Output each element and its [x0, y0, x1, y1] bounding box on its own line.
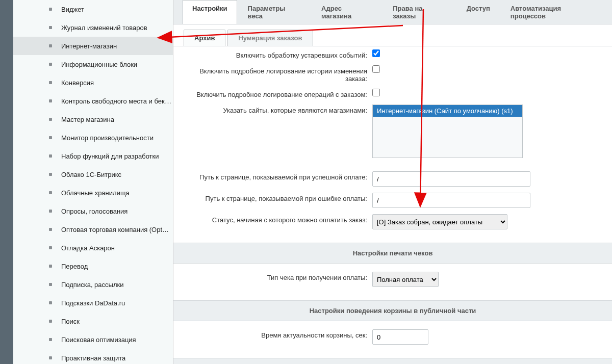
sidebar-item-12[interactable]: Оптовая торговая компания (OptPRO)	[13, 220, 173, 239]
label-receipt-type: Тип чека при получении оплаты:	[184, 272, 372, 281]
tab-4[interactable]: Доступ	[457, 0, 500, 24]
sidebar-item-2[interactable]: Интернет-магазин	[13, 37, 173, 55]
sidebar-item-label: Поисковая оптимизация	[61, 336, 136, 344]
label-sites: Указать сайты, которые являются магазина…	[184, 105, 372, 114]
sidebar-item-4[interactable]: Конверсия	[13, 73, 173, 92]
sidebar-item-label: Информационные блоки	[61, 61, 137, 68]
sidebar-item-label: Подписка, рассылки	[61, 281, 123, 289]
left-gutter	[0, 0, 13, 364]
sidebar-item-label: Опросы, голосования	[61, 207, 128, 215]
select-status[interactable]: [O] Заказ собран, ожидает оплаты	[372, 214, 507, 229]
tab-2[interactable]: Адрес магазина	[312, 0, 382, 24]
sidebar-item-17[interactable]: Поиск	[13, 312, 173, 330]
sidebar-item-5[interactable]: Контроль свободного места и бекапов	[13, 92, 173, 110]
bullet-icon	[49, 118, 52, 121]
sidebar: ВиджетЖурнал изменений товаровИнтернет-м…	[13, 0, 173, 364]
sidebar-item-0[interactable]: Виджет	[13, 0, 173, 18]
bullet-icon	[49, 44, 52, 47]
sidebar-item-label: Перевод	[61, 263, 88, 270]
sidebar-item-label: Мастер магазина	[61, 116, 114, 123]
sidebar-item-18[interactable]: Поисковая оптимизация	[13, 330, 173, 349]
main-panel: НастройкиПараметры весаАдрес магазинаПра…	[173, 0, 612, 364]
bullet-icon	[49, 173, 52, 176]
bullet-icon	[49, 246, 52, 249]
settings-content: Включить обработку устаревших событий: В…	[173, 46, 612, 364]
section-order-card: Настройки показа карточки заказа в публи…	[173, 358, 612, 364]
site-option[interactable]: Интернет-магазин (Сайт по умолчанию) (s1…	[373, 105, 522, 117]
tabs-second: АрхивНумерация заказов	[173, 24, 612, 46]
label-old-events: Включить обработку устаревших событий:	[184, 49, 372, 59]
bullet-icon	[49, 228, 52, 231]
label-status: Статус, начиная с которого можно оплатит…	[184, 214, 372, 224]
label-error-path: Путь к странице, показываемой при ошибке…	[184, 193, 372, 202]
input-error-path[interactable]	[372, 193, 530, 208]
bullet-icon	[49, 191, 52, 194]
label-history-log: Включить подробное логирование истории и…	[184, 65, 372, 83]
bullet-icon	[49, 356, 52, 359]
bullet-icon	[49, 26, 52, 29]
sidebar-item-15[interactable]: Подписка, рассылки	[13, 275, 173, 294]
sites-multiselect[interactable]: Интернет-магазин (Сайт по умолчанию) (s1…	[372, 105, 523, 158]
bullet-icon	[49, 265, 52, 268]
checkbox-old-events[interactable]	[372, 49, 380, 57]
sidebar-item-6[interactable]: Мастер магазина	[13, 110, 173, 128]
sidebar-item-13[interactable]: Отладка Аскарон	[13, 239, 173, 257]
sidebar-item-label: Проактивная защита	[61, 354, 125, 362]
sidebar-item-label: Облако 1С-Битрикс	[61, 171, 121, 178]
tab-1[interactable]: Параметры веса	[238, 0, 311, 24]
sidebar-item-label: Облачные хранилища	[61, 189, 130, 197]
sidebar-item-14[interactable]: Перевод	[13, 257, 173, 275]
bullet-icon	[49, 210, 52, 213]
bullet-icon	[49, 99, 52, 102]
sidebar-item-label: Набор функций для разработки	[61, 152, 159, 160]
bullet-icon	[49, 283, 52, 286]
sidebar-item-9[interactable]: Облако 1С-Битрикс	[13, 165, 173, 184]
bullet-icon	[49, 301, 52, 304]
sidebar-item-label: Отладка Аскарон	[61, 244, 115, 252]
sidebar-item-1[interactable]: Журнал изменений товаров	[13, 18, 173, 37]
sidebar-item-label: Журнал изменений товаров	[61, 24, 147, 32]
bullet-icon	[49, 154, 52, 158]
subtab-0[interactable]: Архив	[184, 30, 225, 46]
sidebar-item-label: Монитор производительности	[61, 134, 154, 142]
bullet-icon	[49, 136, 52, 139]
input-basket-time[interactable]	[372, 329, 428, 345]
bullet-icon	[49, 338, 52, 341]
sidebar-item-8[interactable]: Набор функций для разработки	[13, 147, 173, 165]
label-basket-time: Время актуальности корзины, сек:	[184, 329, 372, 339]
bullet-icon	[49, 81, 52, 84]
sidebar-item-19[interactable]: Проактивная защита	[13, 349, 173, 364]
sidebar-item-label: Виджет	[61, 6, 84, 13]
sidebar-item-11[interactable]: Опросы, голосования	[13, 202, 173, 220]
tab-5[interactable]: Автоматизация процессов	[501, 0, 606, 24]
sidebar-item-3[interactable]: Информационные блоки	[13, 55, 173, 73]
sidebar-item-7[interactable]: Монитор производительности	[13, 128, 173, 147]
sidebar-item-label: Конверсия	[61, 79, 94, 87]
bullet-icon	[49, 63, 52, 66]
bullet-icon	[49, 8, 52, 11]
sidebar-item-label: Подсказки DaData.ru	[61, 299, 125, 307]
select-receipt-type[interactable]: Полная оплата	[372, 272, 439, 287]
subtab-1[interactable]: Нумерация заказов	[227, 30, 313, 46]
sidebar-item-label: Оптовая торговая компания (OptPRO)	[61, 226, 173, 233]
input-success-path[interactable]	[372, 171, 530, 187]
section-basket: Настройки поведения корзины в публичной …	[173, 300, 612, 321]
label-success-path: Путь к странице, показываемой при успешн…	[184, 171, 372, 181]
sidebar-item-label: Интернет-магазин	[61, 42, 117, 50]
tabs-top: НастройкиПараметры весаАдрес магазинаПра…	[173, 0, 612, 24]
sidebar-item-label: Контроль свободного места и бекапов	[61, 97, 173, 105]
checkbox-history-log[interactable]	[372, 65, 380, 73]
section-receipts: Настройки печати чеков	[173, 243, 612, 264]
sidebar-item-label: Поиск	[61, 318, 80, 325]
label-operation-log: Включить подробное логирование операций …	[184, 89, 372, 98]
sidebar-item-16[interactable]: Подсказки DaData.ru	[13, 294, 173, 312]
checkbox-operation-log[interactable]	[372, 89, 380, 96]
tab-3[interactable]: Права на заказы	[383, 0, 455, 24]
sidebar-item-10[interactable]: Облачные хранилища	[13, 184, 173, 202]
bullet-icon	[49, 320, 52, 323]
tab-0[interactable]: Настройки	[183, 0, 237, 24]
